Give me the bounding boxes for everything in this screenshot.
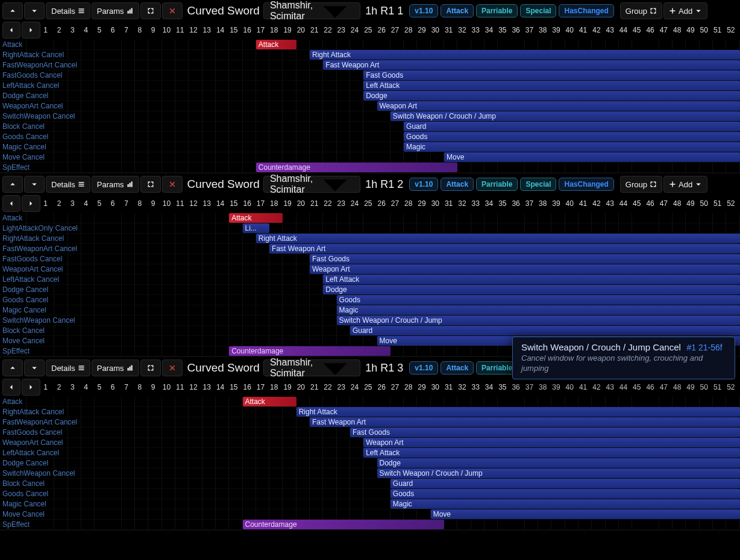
- weapon-select[interactable]: Shamshir, Scimitar: [263, 359, 360, 376]
- details-button[interactable]: Details: [46, 2, 90, 19]
- timeline-row: LightAttackOnly Cancel Li...: [0, 223, 740, 234]
- frame-number: 44: [616, 199, 630, 208]
- frame-number: 30: [428, 383, 442, 391]
- close-button[interactable]: [162, 359, 183, 376]
- timeline-row: SwitchWeapon Cancel Switch Weapon / Crou…: [0, 468, 740, 479]
- timeline-bar[interactable]: Fast Weapon Art: [323, 60, 739, 70]
- collapse-button[interactable]: [140, 2, 161, 19]
- params-button[interactable]: Params: [92, 176, 139, 193]
- tag-changed[interactable]: HasChanged: [559, 178, 613, 191]
- params-button[interactable]: Params: [92, 2, 139, 19]
- tag-changed[interactable]: HasChanged: [559, 4, 613, 17]
- collapse-button[interactable]: [140, 359, 161, 376]
- move-up-button[interactable]: [2, 176, 23, 193]
- move-up-button[interactable]: [2, 359, 23, 376]
- frame-number: 38: [536, 383, 550, 391]
- add-button[interactable]: Add: [663, 176, 707, 193]
- weapon-select[interactable]: Shamshir, Scimitar: [263, 176, 360, 193]
- move-down-button[interactable]: [24, 176, 45, 193]
- timeline-bar[interactable]: Guard: [404, 122, 740, 131]
- frame-number: 35: [496, 199, 509, 208]
- panel-toolbar: Details Params Curved Sword Shamshir, Sc…: [0, 173, 740, 195]
- timeline-bar[interactable]: Fast Goods: [350, 428, 740, 437]
- svg-rect-15: [127, 368, 128, 371]
- frame-number: 17: [254, 199, 267, 208]
- timeline-bar[interactable]: Counterdamage: [256, 163, 458, 172]
- tag-parriable[interactable]: Parriable: [476, 4, 518, 17]
- frame-number: 41: [576, 383, 589, 391]
- frame-number: 39: [550, 199, 563, 208]
- timeline-bar[interactable]: Move: [444, 152, 740, 162]
- timeline-bar[interactable]: Magic: [404, 142, 740, 152]
- prev-frame-button[interactable]: [2, 379, 20, 396]
- timeline-bar[interactable]: Guard: [350, 326, 740, 335]
- frame-number: 49: [684, 383, 697, 391]
- frame-number: 10: [160, 199, 173, 208]
- tag-parriable[interactable]: Parriable: [476, 178, 518, 191]
- timeline-bar[interactable]: Attack: [229, 213, 283, 223]
- timeline-bar[interactable]: Dodge: [323, 285, 739, 294]
- timeline-bar[interactable]: Weapon Art: [310, 264, 740, 274]
- timeline-bar[interactable]: Magic: [337, 305, 740, 315]
- tag-version[interactable]: v1.10: [409, 361, 438, 375]
- timeline-bar[interactable]: Counterdamage: [243, 520, 445, 529]
- move-up-button[interactable]: [2, 2, 23, 19]
- timeline-bar[interactable]: Li...: [243, 223, 270, 233]
- group-button[interactable]: Group: [620, 176, 662, 193]
- tag-version[interactable]: v1.10: [409, 4, 438, 17]
- frame-ruler: 1234567891011121314151617181920212223242…: [37, 26, 738, 34]
- timeline-bar[interactable]: Switch Weapon / Crouch / Jump: [337, 316, 740, 325]
- frame-number: 32: [456, 199, 469, 208]
- tag-version[interactable]: v1.10: [409, 178, 438, 191]
- timeline-bar[interactable]: Right Attack: [296, 407, 740, 417]
- frame-number: 44: [616, 26, 630, 34]
- tag-attack[interactable]: Attack: [441, 4, 474, 17]
- move-down-button[interactable]: [24, 359, 45, 376]
- timeline-row: Goods Cancel Goods: [0, 132, 740, 142]
- details-button[interactable]: Details: [46, 176, 90, 193]
- close-button[interactable]: [162, 2, 183, 19]
- timeline-bar[interactable]: Magic: [390, 499, 740, 509]
- timeline-bar[interactable]: Fast Goods: [310, 254, 740, 264]
- timeline-bar[interactable]: Move: [431, 509, 740, 519]
- tag-special[interactable]: Special: [520, 178, 556, 191]
- timeline-bar[interactable]: Fast Weapon Art: [310, 417, 740, 427]
- timeline-bar[interactable]: Left Attack: [363, 448, 739, 458]
- add-button[interactable]: Add: [663, 2, 707, 19]
- timeline-bar[interactable]: Goods: [404, 132, 740, 142]
- row-label: Goods Cancel: [2, 490, 48, 498]
- timeline-bar[interactable]: Right Attack: [256, 234, 740, 243]
- tag-attack[interactable]: Attack: [441, 361, 474, 375]
- row-label: Block Cancel: [2, 122, 45, 131]
- tag-special[interactable]: Special: [520, 4, 556, 17]
- timeline-bar[interactable]: Weapon Art: [377, 101, 740, 111]
- details-button[interactable]: Details: [46, 359, 90, 376]
- timeline-bar[interactable]: Attack: [243, 397, 296, 406]
- timeline-bar[interactable]: Left Attack: [323, 275, 739, 284]
- timeline-bar[interactable]: Switch Weapon / Crouch / Jump: [390, 111, 740, 121]
- prev-frame-button[interactable]: [2, 195, 20, 212]
- prev-frame-button[interactable]: [2, 22, 20, 39]
- timeline-bar[interactable]: Guard: [390, 479, 740, 488]
- timeline-bar[interactable]: Dodge: [377, 458, 740, 468]
- timeline-bar[interactable]: Left Attack: [363, 81, 739, 90]
- params-button[interactable]: Params: [92, 359, 139, 376]
- weapon-select[interactable]: Shamshir, Scimitar: [263, 2, 360, 19]
- timeline-bar[interactable]: Switch Weapon / Crouch / Jump: [377, 468, 740, 478]
- timeline-bar[interactable]: Goods: [337, 295, 740, 305]
- timeline-bar[interactable]: Weapon Art: [363, 438, 739, 447]
- timeline-row: Attack Attack: [0, 40, 740, 50]
- close-button[interactable]: [162, 176, 183, 193]
- timeline-bar[interactable]: Counterdamage: [229, 346, 390, 356]
- tag-attack[interactable]: Attack: [441, 178, 474, 191]
- timeline-bar[interactable]: Dodge: [363, 91, 739, 101]
- timeline-bar[interactable]: Goods: [390, 489, 740, 499]
- move-down-button[interactable]: [24, 2, 45, 19]
- collapse-button[interactable]: [140, 176, 161, 193]
- timeline-bar[interactable]: Fast Goods: [363, 70, 739, 80]
- group-button[interactable]: Group: [620, 2, 662, 19]
- timeline-bar[interactable]: Right Attack: [310, 50, 740, 60]
- row-label: RightAttack Cancel: [2, 408, 64, 416]
- timeline-bar[interactable]: Fast Weapon Art: [269, 244, 740, 254]
- timeline-bar[interactable]: Attack: [256, 40, 296, 49]
